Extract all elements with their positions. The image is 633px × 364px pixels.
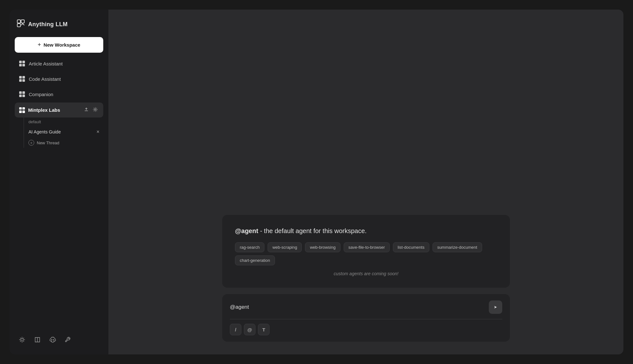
new-workspace-label: New Workspace	[43, 42, 80, 48]
discord-icon[interactable]	[48, 335, 58, 346]
tag-rag-search: rag-search	[235, 242, 264, 252]
thread-name: AI Agents Guide	[28, 129, 93, 134]
at-mention-button[interactable]: @	[244, 324, 255, 335]
close-thread-button[interactable]: ×	[96, 129, 100, 135]
agent-name: @agent	[235, 227, 258, 234]
workspace-label: Companion	[29, 92, 53, 97]
agent-title: @agent - the default agent for this work…	[235, 226, 497, 235]
ai-agents-thread[interactable]: AI Agents Guide ×	[24, 126, 103, 138]
tag-save-file: save-file-to-browser	[344, 242, 390, 252]
workspace-icon	[19, 76, 25, 82]
active-workspace-label: Mintplex Labs	[28, 107, 80, 113]
sidebar-item-code-assistant[interactable]: Code Assistant	[15, 72, 103, 86]
svg-rect-1	[21, 20, 24, 23]
new-thread-button[interactable]: + New Thread	[24, 138, 103, 148]
active-workspace-icon	[19, 107, 25, 113]
chat-input-area: / @ T	[222, 294, 510, 342]
sidebar: Anything LLM + New Workspace Article Ass…	[10, 10, 109, 354]
new-thread-label: New Thread	[37, 140, 59, 145]
logo-icon	[17, 19, 25, 29]
active-workspace-row[interactable]: Mintplex Labs	[15, 102, 103, 118]
main-content: @agent - the default agent for this work…	[109, 10, 623, 354]
chat-input-row	[230, 300, 502, 314]
svg-rect-2	[17, 24, 20, 27]
svg-point-3	[95, 109, 96, 110]
workspace-icon	[19, 91, 25, 97]
app-title: Anything LLM	[28, 21, 68, 28]
app-container: Anything LLM + New Workspace Article Ass…	[10, 10, 623, 354]
tag-web-browsing: web-browsing	[305, 242, 340, 252]
workspace-label: Article Assistant	[29, 61, 63, 66]
sidebar-item-companion[interactable]: Companion	[15, 87, 103, 101]
send-button[interactable]	[489, 300, 502, 314]
tag-chart-generation: chart-generation	[235, 255, 275, 265]
tag-list-documents: list-documents	[393, 242, 429, 252]
coming-soon-text: custom agents are coming soon!	[235, 271, 497, 276]
new-workspace-button[interactable]: + New Workspace	[15, 37, 103, 53]
book-icon[interactable]	[33, 335, 42, 346]
thread-section: default AI Agents Guide × + New Thread	[21, 118, 103, 148]
plus-icon: +	[38, 42, 41, 48]
logo-area: Anything LLM	[15, 16, 103, 37]
input-divider	[230, 319, 502, 319]
wrench-icon[interactable]	[63, 335, 73, 346]
plugin-icon[interactable]	[17, 335, 27, 346]
text-format-button[interactable]: T	[258, 324, 270, 335]
agent-tags: rag-search web-scraping web-browsing sav…	[235, 242, 497, 265]
chat-toolbar: / @ T	[230, 324, 502, 335]
upload-button[interactable]	[83, 106, 90, 114]
slash-command-button[interactable]: /	[230, 324, 241, 335]
tag-web-scraping: web-scraping	[268, 242, 302, 252]
plus-circle-icon: +	[28, 140, 34, 146]
svg-point-4	[21, 338, 23, 341]
thread-default: default	[24, 118, 103, 126]
agent-title-suffix: - the default agent for this workspace.	[258, 227, 367, 234]
settings-button[interactable]	[92, 106, 99, 114]
agent-info-card: @agent - the default agent for this work…	[222, 215, 510, 288]
workspace-icon	[19, 61, 25, 66]
tag-summarize-document: summarize-document	[433, 242, 482, 252]
sidebar-item-article-assistant[interactable]: Article Assistant	[15, 57, 103, 71]
sidebar-footer	[15, 332, 103, 349]
workspace-actions	[83, 106, 99, 114]
svg-rect-0	[17, 20, 20, 23]
workspace-label: Code Assistant	[29, 76, 61, 82]
chat-input[interactable]	[230, 304, 485, 310]
